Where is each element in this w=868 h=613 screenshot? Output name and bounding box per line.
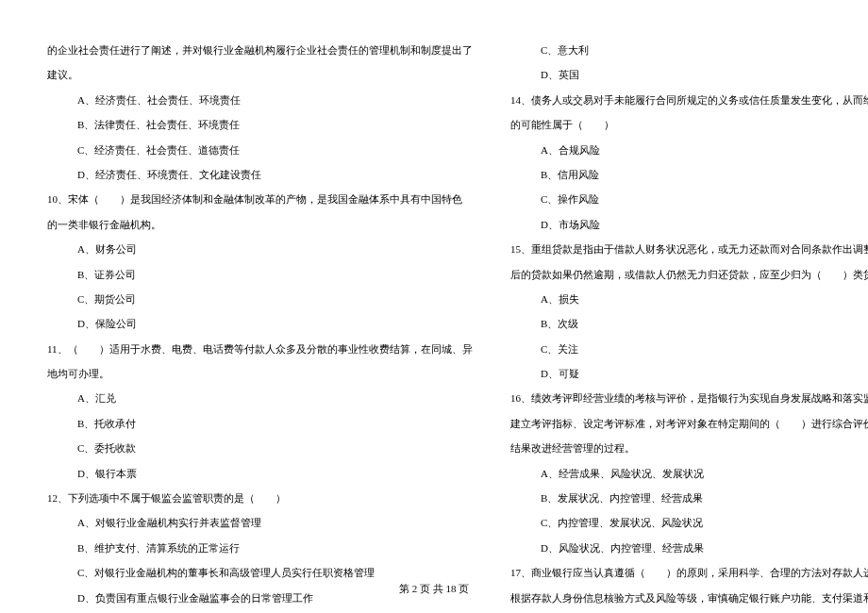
q16-option-c: C、内控管理、发展状况、风险状况 <box>510 510 868 535</box>
q15-option-b: B、次级 <box>510 311 868 336</box>
q9-option-d: D、经济责任、环境责任、文化建设责任 <box>47 162 473 187</box>
q16-line-3: 结果改进经营管理的过程。 <box>510 436 868 460</box>
q14-option-b: B、信用风险 <box>510 162 868 187</box>
q12-option-a: A、对银行业金融机构实行并表监督管理 <box>47 510 473 535</box>
q11-option-b: B、托收承付 <box>47 411 473 436</box>
q10-line-2: 的一类非银行金融机构。 <box>47 212 473 237</box>
q9-option-a: A、经济责任、社会责任、环境责任 <box>47 88 473 112</box>
q16-line-2: 建立考评指标、设定考评标准，对考评对象在特定期间的（ ）进行综合评价，并根据考评 <box>510 411 868 436</box>
q14-line-2: 的可能性属于（ ） <box>510 112 868 137</box>
q10-line-1: 10、宋体（ ）是我国经济体制和金融体制改革的产物，是我国金融体系中具有中国特色 <box>47 187 473 211</box>
q14-option-a: A、合规风险 <box>510 138 868 162</box>
q14-option-c: C、操作风险 <box>510 187 868 211</box>
q13-option-c: C、意大利 <box>510 38 868 62</box>
q13-option-d: D、英国 <box>510 62 868 87</box>
q9-intro-2: 建议。 <box>47 62 473 87</box>
q15-line-2: 后的贷款如果仍然逾期，或借款人仍然无力归还贷款，应至少归为（ ）类贷款。 <box>510 262 868 287</box>
q11-line-1: 11、（ ）适用于水费、电费、电话费等付款人众多及分散的事业性收费结算，在同城、… <box>47 337 473 361</box>
q14-line-1: 14、债务人或交易对手未能履行合同所规定的义务或信任质量发生变化，从而给银行带来… <box>510 88 868 112</box>
q9-option-b: B、法律责任、社会责任、环境责任 <box>47 112 473 137</box>
q14-option-d: D、市场风险 <box>510 212 868 237</box>
q9-intro-1: 的企业社会责任进行了阐述，并对银行业金融机构履行企业社会责任的管理机制和制度提出… <box>47 38 473 62</box>
q11-option-d: D、银行本票 <box>47 461 473 486</box>
q11-line-2: 地均可办理。 <box>47 361 473 386</box>
q9-option-c: C、经济责任、社会责任、道德责任 <box>47 138 473 162</box>
q16-option-d: D、风险状况、内控管理、经营成果 <box>510 536 868 560</box>
q10-option-a: A、财务公司 <box>47 237 473 261</box>
q10-option-c: C、期货公司 <box>47 287 473 311</box>
left-column: 的企业社会责任进行了阐述，并对银行业金融机构履行企业社会责任的管理机制和制度提出… <box>47 38 473 566</box>
q12-option-b: B、维护支付、清算系统的正常运行 <box>47 536 473 560</box>
q15-option-a: A、损失 <box>510 287 868 311</box>
q16-option-b: B、发展状况、内控管理、经营成果 <box>510 486 868 510</box>
q16-line-1: 16、绩效考评即经营业绩的考核与评价，是指银行为实现自身发展战略和落实监管要求，… <box>510 386 868 410</box>
q11-option-a: A、汇兑 <box>47 386 473 410</box>
q11-option-c: C、委托收款 <box>47 436 473 460</box>
q16-option-a: A、经营成果、风险状况、发展状况 <box>510 461 868 486</box>
q10-option-d: D、保险公司 <box>47 311 473 336</box>
q15-option-d: D、可疑 <box>510 361 868 386</box>
q15-line-1: 15、重组贷款是指由于借款人财务状况恶化，或无力还款而对合同条款作出调整的贷款，… <box>510 237 868 261</box>
q15-option-c: C、关注 <box>510 337 868 361</box>
q10-option-b: B、证券公司 <box>47 262 473 287</box>
q12-line: 12、下列选项中不属于银监会监管职责的是（ ） <box>47 486 473 510</box>
right-column: C、意大利 D、英国 14、债务人或交易对手未能履行合同所规定的义务或信任质量发… <box>510 38 868 566</box>
page-footer: 第 2 页 共 18 页 <box>0 582 868 596</box>
